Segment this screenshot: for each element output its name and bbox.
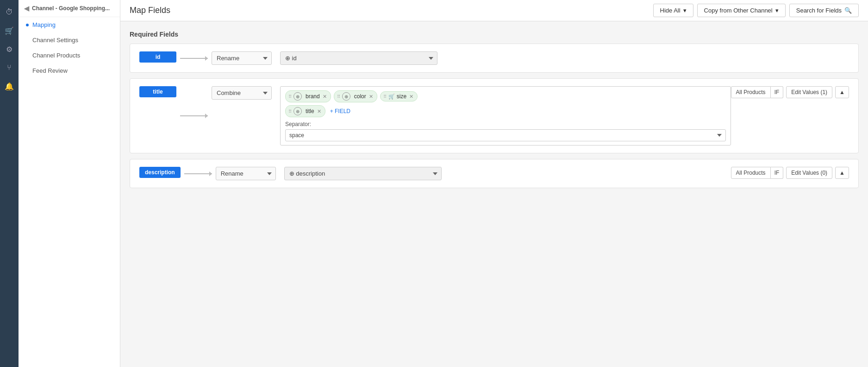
drag-handle-icon[interactable]: ⠿ [288,94,292,99]
content-area: Required Fields id Rename Combine Static… [120,21,868,367]
add-field-label: + FIELD [330,108,350,114]
value-area-title: ⠿ ⊕ brand ✕ ⠿ ⊕ color ✕ [280,86,731,146]
all-products-button[interactable]: All Products [731,86,771,98]
topbar-actions: Hide All ▾ Copy from Other Channel ▾ Sea… [653,4,859,17]
sidebar-app-title: Channel - Google Shopping... [32,5,110,12]
method-select-title[interactable]: Rename Combine Static Value [212,86,272,100]
copy-channel-label: Copy from Other Channel [704,7,773,14]
cart-icon[interactable]: 🛒 [1,22,18,39]
clock-icon[interactable]: ⏱ [1,4,18,20]
field-label-description: description [139,167,181,178]
remove-tag-brand[interactable]: ✕ [323,94,327,100]
tag-label: title [306,108,314,114]
back-arrow[interactable]: ◀ [24,5,29,12]
chevron-down-icon: ▾ [683,7,687,14]
remove-tag-color[interactable]: ✕ [369,94,373,100]
tag-title: ⠿ ⊕ title ✕ [285,105,325,117]
collapse-button[interactable]: ▲ [835,167,849,179]
formula-icon: ⊕ [293,107,302,115]
chevron-down-icon: ▾ [775,7,779,14]
field-label-id: id [139,51,176,63]
search-icon: 🔍 [844,7,852,14]
value-area-id: ⊕ id ⊕ description ⊕ brand [280,51,849,65]
all-products-button[interactable]: All Products [731,167,771,179]
field-label-title: title [139,86,176,97]
sidebar-item-channel-products[interactable]: Channel Products [19,48,120,63]
all-products-if-group: All Products IF [731,86,784,98]
formula-icon: ⊕ [342,92,350,101]
tag-brand: ⠿ ⊕ brand ✕ [285,90,331,102]
field-row-inner: id Rename Combine Static Value ⊕ id ⊕ de… [139,51,849,65]
if-button[interactable]: IF [771,167,784,179]
tags-row: ⠿ ⊕ brand ✕ ⠿ ⊕ color ✕ [285,90,726,102]
collapse-button[interactable]: ▲ [835,86,849,98]
drag-handle-icon[interactable]: ⠿ [383,94,387,99]
method-select-description[interactable]: Rename Combine Static Value [216,167,276,180]
page-title: Map Fields [130,6,170,15]
remove-tag-title[interactable]: ✕ [317,108,321,114]
separator-row: Separator: space comma dash none [285,121,726,141]
gear-icon[interactable]: ⚙ [1,41,18,57]
tag-label: size [397,93,406,100]
field-mapping-area: description Rename Combine Static Value … [139,167,731,180]
edit-values-button[interactable]: Edit Values (0) [786,167,832,179]
sidebar-item-label: Feed Review [32,67,68,74]
add-field-button[interactable]: + FIELD [328,107,352,115]
edit-values-label: Edit Values (0) [791,170,827,176]
sidebar-item-channel-settings[interactable]: Channel Settings [19,32,120,48]
sidebar-item-label: Channel Products [32,52,80,59]
remove-tag-size[interactable]: ✕ [409,94,413,100]
sidebar-item-mapping[interactable]: Mapping [19,17,120,32]
inactive-dot [26,39,29,42]
all-products-label: All Products [736,170,766,176]
sidebar-header: ◀ Channel - Google Shopping... [19,0,120,17]
copy-from-channel-button[interactable]: Copy from Other Channel ▾ [697,4,786,17]
chevron-up-icon: ▲ [839,89,845,95]
if-button[interactable]: IF [771,86,784,98]
field-row-description: description Rename Combine Static Value … [130,159,859,188]
formula-icon: ⊕ [293,92,302,101]
edit-values-label: Edit Values (1) [791,89,827,95]
field-row-title: title Rename Combine Static Value ⠿ [130,78,859,153]
inactive-dot [26,70,29,72]
tag-label: brand [306,93,320,100]
value-select-description[interactable]: ⊕ description ⊕ id ⊕ brand [284,167,442,180]
inactive-dot [26,54,29,57]
hide-all-button[interactable]: Hide All ▾ [653,4,693,17]
main-content: Map Fields Hide All ▾ Copy from Other Ch… [120,0,868,367]
method-select-id[interactable]: Rename Combine Static Value [212,51,272,65]
field-row-inner: description Rename Combine Static Value … [139,167,849,180]
fork-icon[interactable]: ⑂ [1,59,18,76]
tag-size: ⠿ 🛒 size ✕ [380,91,418,101]
tag-label: color [354,93,366,100]
search-fields-button[interactable]: Search for Fields 🔍 [789,4,859,17]
drag-handle-icon[interactable]: ⠿ [337,94,340,99]
row-right-title: All Products IF Edit Values (1) ▲ [731,86,849,98]
sidebar: ◀ Channel - Google Shopping... Mapping C… [19,0,120,367]
tag-color: ⠿ ⊕ color ✕ [334,90,377,102]
all-products-label: All Products [736,89,766,95]
connector [184,173,212,174]
value-select-id[interactable]: ⊕ id ⊕ description ⊕ brand [280,51,437,65]
value-area-description: ⊕ description ⊕ id ⊕ brand [284,167,731,180]
edit-values-button[interactable]: Edit Values (1) [786,86,832,98]
shop-icon: 🛒 [388,94,395,100]
icon-rail: ⏱ 🛒 ⚙ ⑂ 🔔 [0,0,19,367]
field-mapping-area: title Rename Combine Static Value ⠿ [139,86,731,146]
connector [180,58,208,59]
hide-all-label: Hide All [660,7,681,14]
sidebar-item-feed-review[interactable]: Feed Review [19,63,120,78]
topbar: Map Fields Hide All ▾ Copy from Other Ch… [120,0,868,21]
if-label: IF [774,170,780,176]
field-row-inner: title Rename Combine Static Value ⠿ [139,86,849,146]
tags-row-2: ⠿ ⊕ title ✕ + FIELD [285,105,726,117]
row-right-description: All Products IF Edit Values (0) ▲ [731,167,849,179]
separator-select[interactable]: space comma dash none [285,129,726,141]
search-fields-label: Search for Fields [796,7,842,14]
active-dot [26,24,29,26]
field-mapping-area: id Rename Combine Static Value ⊕ id ⊕ de… [139,51,849,65]
sidebar-item-label: Mapping [32,21,56,28]
separator-label: Separator: [285,121,726,127]
drag-handle-icon[interactable]: ⠿ [288,109,292,114]
bell-icon[interactable]: 🔔 [1,78,18,95]
